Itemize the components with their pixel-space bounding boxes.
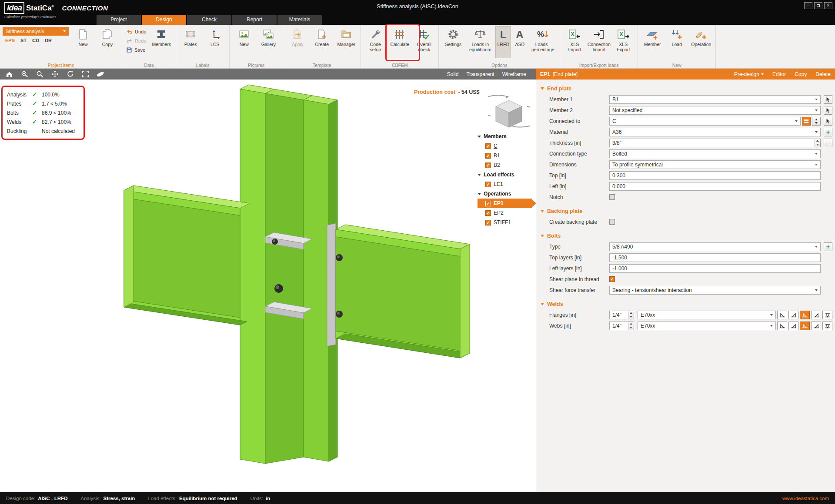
settings-button[interactable]: Settings (441, 26, 465, 58)
web-weld-size-input[interactable]: 1/4" (609, 322, 628, 330)
xls-import-button[interactable]: X XLS Import (563, 26, 586, 58)
redo-button[interactable]: Redo (125, 37, 147, 45)
3d-viewport[interactable]: Analysis✓100.0% Plates✓1.7 < 5.0% Bolts✓… (0, 80, 536, 492)
loads-in-equilibrium-button[interactable]: Loads in equilibrium (466, 26, 494, 58)
add-material-button[interactable]: + (824, 128, 832, 136)
visibility-checkbox[interactable]: ✓ (485, 201, 491, 206)
tab-project[interactable]: Project (97, 15, 141, 25)
collapse-icon[interactable] (478, 136, 481, 138)
web-weld-spinner[interactable] (628, 322, 634, 330)
weld-type-button[interactable] (777, 322, 787, 330)
new-load-button[interactable]: Load (665, 26, 688, 58)
delete-operation-button[interactable]: Delete (815, 71, 831, 77)
save-button[interactable]: Save (125, 46, 147, 54)
weld-type-button[interactable] (788, 311, 798, 319)
add-bolt-type-button[interactable]: + (824, 242, 832, 251)
member1-select[interactable]: B1 (609, 95, 821, 104)
new-picture-button[interactable]: New (232, 26, 256, 58)
top-layers-input[interactable]: -1.500 (609, 253, 821, 262)
view-mode-wireframe[interactable]: Wireframe (502, 71, 526, 77)
left-input[interactable]: 0.000 (609, 182, 821, 191)
lcs-button[interactable]: LCS (203, 26, 227, 58)
tree-item-b2[interactable]: ✓B2 (478, 160, 532, 170)
mode-st[interactable]: ST (20, 38, 27, 43)
weld-type-button[interactable] (777, 311, 787, 319)
tree-item-b1[interactable]: ✓B1 (478, 151, 532, 160)
top-input[interactable]: 0.300 (609, 171, 821, 180)
mode-eps[interactable]: EPS (5, 38, 15, 43)
mode-dr[interactable]: DR (45, 38, 52, 43)
close-button[interactable]: × (824, 2, 832, 9)
collapse-icon[interactable] (541, 303, 544, 305)
member2-select[interactable]: Not specified (609, 106, 821, 115)
visibility-checkbox[interactable]: ✓ (485, 143, 491, 149)
collapse-icon[interactable] (478, 193, 481, 195)
bolt-type-select[interactable]: 5/8 A490 (609, 242, 821, 251)
tree-item-ep2[interactable]: ✓EP2 (478, 208, 532, 218)
tree-item-le1[interactable]: ✓LE1 (478, 179, 532, 189)
website-link[interactable]: www.ideastatica.com (782, 496, 829, 501)
tree-item-stiff1[interactable]: ✓STIFF1 (478, 218, 532, 227)
copy-project-item-button[interactable]: Copy (96, 26, 119, 58)
visibility-checkbox[interactable]: ✓ (485, 153, 491, 159)
flange-electrode-select[interactable]: E70xx (638, 311, 776, 319)
analysis-type-dropdown[interactable]: Stiffness analysis (3, 27, 69, 36)
thickness-input[interactable]: 3/8" (609, 139, 815, 147)
weld-type-button[interactable] (788, 322, 798, 330)
lrfd-toggle[interactable]: L LRFD (495, 26, 511, 58)
collapse-icon[interactable] (478, 174, 481, 176)
view-mode-transparent[interactable]: Transparent (466, 71, 494, 77)
connection-3d-model[interactable] (0, 80, 536, 492)
visibility-checkbox[interactable]: ✓ (485, 220, 491, 225)
tree-item-ep1[interactable]: ✓EP1 (478, 199, 532, 208)
plate-side-button[interactable] (802, 117, 811, 126)
dimensions-select[interactable]: To profile symmetrical (609, 160, 821, 169)
editor-button[interactable]: Editor (772, 71, 786, 77)
plates-labels-button[interactable]: Plates (179, 26, 202, 58)
home-view-icon[interactable] (5, 70, 13, 78)
zoom-window-icon[interactable] (20, 70, 28, 78)
minimize-button[interactable]: – (804, 2, 812, 9)
connected-to-select[interactable]: C (609, 117, 801, 126)
create-template-button[interactable]: Create (310, 26, 334, 58)
flange-weld-size-input[interactable]: 1/4" (609, 311, 628, 319)
tab-report[interactable]: Report (232, 15, 277, 25)
thickness-more-button[interactable]: ... (824, 139, 832, 147)
new-project-item-button[interactable]: New (71, 26, 95, 58)
overall-check-button[interactable]: Overall check (412, 26, 436, 58)
shear-force-transfer-select[interactable]: Bearing - tension/shear interaction (609, 286, 821, 295)
collapse-icon[interactable] (541, 235, 544, 237)
calculate-button[interactable]: Calculate (388, 26, 411, 58)
collapse-icon[interactable] (541, 210, 544, 212)
tree-item-c[interactable]: ✓C (478, 141, 532, 151)
navigation-cube[interactable] (488, 93, 530, 133)
asd-toggle[interactable]: A ASD (512, 26, 528, 58)
material-select[interactable]: A36 (609, 128, 821, 136)
create-backing-plate-checkbox[interactable] (609, 219, 615, 225)
visibility-checkbox[interactable]: ✓ (485, 182, 491, 187)
mode-cd[interactable]: CD (32, 38, 39, 43)
left-layers-input[interactable]: -1.000 (609, 264, 821, 273)
new-operation-button[interactable]: Operation (689, 26, 713, 58)
loads-percentage-button[interactable]: % Loads - percentage (528, 26, 557, 58)
thickness-spinner[interactable] (815, 139, 821, 147)
web-electrode-select[interactable]: E70xx (638, 322, 776, 330)
collapse-icon[interactable] (541, 87, 544, 90)
weld-type-button-active[interactable] (800, 322, 810, 330)
view-mode-solid[interactable]: Solid (447, 71, 459, 77)
visibility-checkbox[interactable]: ✓ (485, 162, 491, 168)
xls-export-button[interactable]: X XLS Export (611, 26, 635, 58)
rotate-view-icon[interactable] (66, 70, 74, 78)
weld-type-button[interactable] (811, 322, 821, 330)
tab-materials[interactable]: Materials (277, 15, 322, 25)
undo-button[interactable]: Undo (125, 28, 147, 36)
weld-type-button[interactable] (822, 322, 832, 330)
pan-icon[interactable] (51, 70, 59, 78)
template-manager-button[interactable]: Manager (334, 26, 358, 58)
flange-weld-spinner[interactable] (628, 311, 634, 319)
copy-operation-button[interactable]: Copy (795, 71, 807, 77)
swap-side-button[interactable] (812, 117, 821, 126)
gallery-button[interactable]: Gallery (257, 26, 280, 58)
apply-template-button[interactable]: Apply (286, 26, 309, 58)
connection-import-button[interactable]: Connection Import (587, 26, 611, 58)
